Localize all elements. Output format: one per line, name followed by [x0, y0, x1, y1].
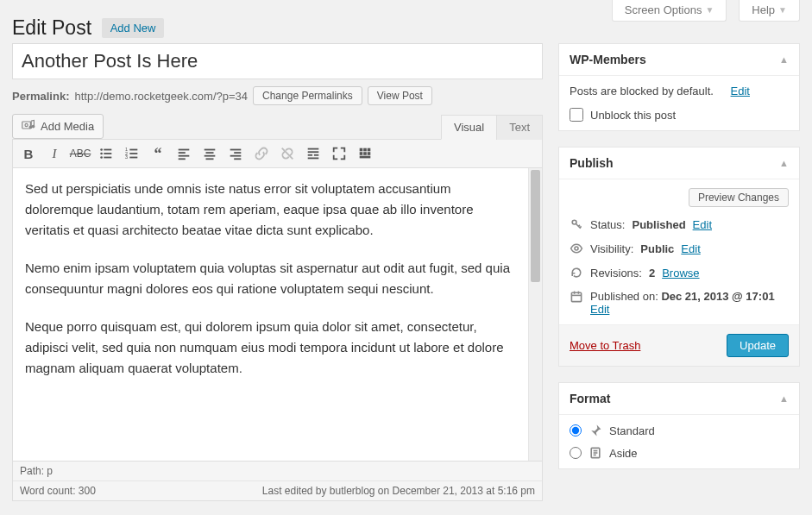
- visibility-label: Visibility:: [590, 242, 633, 255]
- format-aside-label: Aside: [609, 447, 638, 460]
- svg-rect-34: [360, 148, 363, 152]
- svg-point-6: [100, 153, 103, 155]
- collapse-icon[interactable]: ▲: [779, 54, 789, 65]
- strikethrough-icon[interactable]: ABC: [70, 143, 91, 164]
- editor-content[interactable]: Sed ut perspiciatis unde omnis iste natu…: [13, 168, 528, 461]
- add-media-label: Add Media: [41, 120, 94, 133]
- bold-icon[interactable]: B: [18, 143, 39, 164]
- visibility-edit-link[interactable]: Edit: [681, 242, 700, 255]
- last-edited: Last edited by butlerblog on December 21…: [262, 485, 535, 497]
- italic-icon[interactable]: I: [44, 143, 65, 164]
- svg-rect-40: [360, 156, 371, 159]
- format-aside-radio[interactable]: [570, 447, 582, 459]
- scrollbar-thumb[interactable]: [531, 170, 540, 282]
- editor-path: Path: p: [13, 462, 542, 481]
- tab-visual[interactable]: Visual: [441, 115, 497, 140]
- bullet-list-icon[interactable]: [96, 143, 116, 164]
- help-tab[interactable]: Help ▼: [739, 0, 800, 22]
- published-on-value: Dec 21, 2013 @ 17:01: [661, 290, 774, 303]
- svg-text:3: 3: [125, 154, 128, 160]
- align-center-icon[interactable]: [199, 143, 220, 164]
- page-title: Edit Post: [12, 9, 91, 43]
- chevron-down-icon: ▼: [778, 5, 787, 15]
- blockquote-icon[interactable]: “: [148, 143, 168, 164]
- help-label: Help: [752, 3, 775, 16]
- word-count: Word count: 300: [20, 485, 96, 497]
- format-standard-radio[interactable]: [570, 424, 582, 436]
- svg-rect-15: [129, 157, 137, 159]
- svg-rect-32: [314, 154, 318, 156]
- numbered-list-icon[interactable]: 123: [122, 143, 142, 164]
- published-on-label: Published on:: [590, 290, 658, 303]
- permalink-label: Permalink:: [12, 90, 69, 103]
- wpmembers-title: WP-Members: [570, 53, 646, 66]
- svg-rect-23: [206, 158, 214, 160]
- wpmembers-box: WP-Members ▲ Posts are blocked by defaul…: [558, 43, 800, 131]
- add-media-button[interactable]: Add Media: [12, 114, 104, 139]
- tab-text[interactable]: Text: [496, 115, 543, 140]
- preview-changes-button[interactable]: Preview Changes: [689, 188, 789, 207]
- visibility-icon: [570, 242, 583, 255]
- collapse-icon[interactable]: ▲: [779, 393, 789, 404]
- svg-rect-22: [205, 155, 216, 157]
- svg-point-42: [575, 247, 578, 250]
- svg-point-1: [25, 123, 28, 126]
- status-label: Status:: [590, 218, 625, 231]
- svg-rect-31: [308, 154, 312, 156]
- move-to-trash-link[interactable]: Move to Trash: [570, 339, 640, 352]
- svg-rect-30: [308, 151, 319, 153]
- svg-rect-43: [571, 292, 581, 301]
- collapse-icon[interactable]: ▲: [779, 158, 789, 168]
- published-edit-link[interactable]: Edit: [590, 303, 609, 316]
- screen-options-label: Screen Options: [625, 3, 702, 16]
- revisions-browse-link[interactable]: Browse: [662, 267, 699, 279]
- svg-rect-26: [230, 155, 242, 157]
- fullscreen-icon[interactable]: [329, 143, 349, 164]
- svg-rect-36: [368, 148, 371, 152]
- svg-rect-7: [104, 153, 111, 154]
- publish-box: Publish ▲ Preview Changes Status: Publis…: [558, 147, 800, 367]
- key-icon: [570, 217, 583, 231]
- toolbar-toggle-icon[interactable]: [355, 143, 375, 164]
- status-edit-link[interactable]: Edit: [693, 218, 712, 231]
- screen-options-tab[interactable]: Screen Options ▼: [612, 0, 727, 22]
- align-right-icon[interactable]: [225, 143, 246, 164]
- update-button[interactable]: Update: [727, 334, 789, 357]
- svg-rect-16: [179, 149, 190, 151]
- svg-rect-18: [179, 155, 190, 157]
- view-post-button[interactable]: View Post: [368, 86, 432, 105]
- revisions-label: Revisions:: [590, 267, 642, 279]
- svg-point-8: [100, 156, 103, 159]
- svg-rect-39: [368, 152, 371, 155]
- change-permalinks-button[interactable]: Change Permalinks: [253, 86, 362, 105]
- unblock-checkbox[interactable]: [570, 108, 583, 122]
- svg-rect-38: [363, 152, 367, 155]
- paragraph: Sed ut perspiciatis unde omnis iste natu…: [25, 179, 516, 241]
- revisions-icon: [570, 266, 583, 279]
- chevron-down-icon: ▼: [705, 5, 714, 15]
- format-title: Format: [570, 392, 610, 405]
- svg-rect-29: [308, 148, 319, 150]
- scrollbar[interactable]: [528, 168, 542, 461]
- unblock-label: Unblock this post: [590, 109, 676, 122]
- post-title-input[interactable]: [12, 43, 543, 79]
- unlink-icon[interactable]: [277, 143, 298, 164]
- link-icon[interactable]: [251, 143, 272, 164]
- svg-rect-37: [360, 152, 363, 155]
- revisions-value: 2: [649, 267, 655, 279]
- align-left-icon[interactable]: [173, 143, 194, 164]
- paragraph: Nemo enim ipsam voluptatem quia voluptas…: [25, 258, 516, 299]
- svg-rect-35: [363, 148, 367, 152]
- add-new-button[interactable]: Add New: [102, 18, 165, 38]
- wpmembers-edit-link[interactable]: Edit: [731, 85, 750, 97]
- svg-rect-5: [104, 149, 111, 151]
- svg-point-3: [32, 125, 35, 128]
- editor-toolbar: B I ABC 123 “: [13, 140, 542, 168]
- insert-more-icon[interactable]: [303, 143, 324, 164]
- svg-point-4: [100, 148, 103, 151]
- svg-rect-11: [129, 149, 137, 151]
- status-value: Published: [632, 218, 685, 231]
- camera-music-icon: [22, 118, 35, 135]
- svg-rect-9: [104, 157, 111, 159]
- wpmembers-blocked-text: Posts are blocked by default.: [570, 85, 714, 97]
